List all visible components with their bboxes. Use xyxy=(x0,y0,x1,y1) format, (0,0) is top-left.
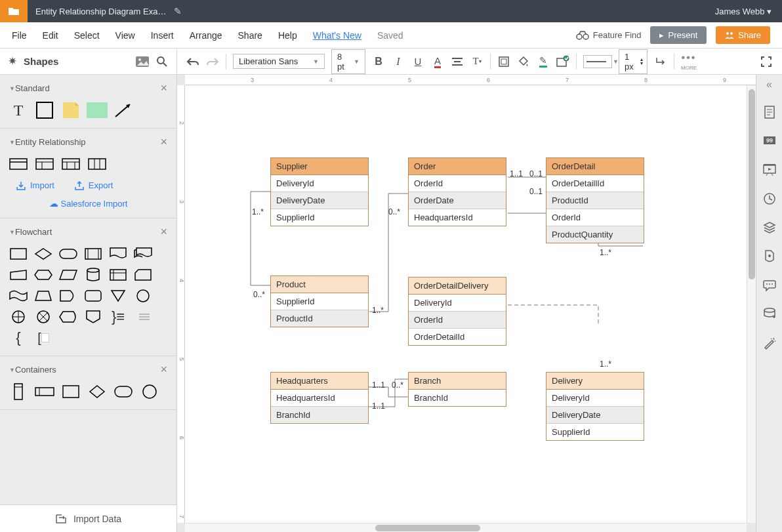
section-standard[interactable]: ▼ Standard× xyxy=(9,81,167,95)
entity-product[interactable]: Product SupplierId ProductId xyxy=(270,276,369,327)
fc-multi[interactable] xyxy=(134,247,152,261)
redo-icon[interactable] xyxy=(206,55,219,68)
cont-3[interactable] xyxy=(62,384,80,399)
er-shape-2[interactable] xyxy=(35,157,54,171)
presentation-icon[interactable] xyxy=(762,163,777,177)
present-button[interactable]: ▸ Present xyxy=(650,26,707,44)
close-icon[interactable]: × xyxy=(160,225,167,239)
fc-predef[interactable] xyxy=(84,247,102,261)
image-icon[interactable] xyxy=(136,55,149,68)
fullscreen-icon[interactable] xyxy=(760,55,773,68)
fc-internal[interactable] xyxy=(109,268,127,282)
canvas[interactable]: Supplier DeliveryId DeliveryDate Supplie… xyxy=(185,85,747,523)
fc-or[interactable] xyxy=(34,310,52,324)
shape-fill-icon[interactable] xyxy=(497,55,510,68)
chat-icon[interactable] xyxy=(762,278,777,293)
menu-share[interactable]: Share xyxy=(238,30,262,41)
er-shape-4[interactable] xyxy=(88,157,106,171)
text-shape[interactable]: T xyxy=(9,103,28,117)
fill-icon[interactable] xyxy=(517,55,530,68)
fc-manual[interactable] xyxy=(9,268,28,282)
entity-orderdetaildelivery[interactable]: OrderDetailDelivery DeliveryId OrderId O… xyxy=(408,277,506,346)
rect-shape[interactable] xyxy=(35,103,54,117)
section-er[interactable]: ▼ Entity Relationship× xyxy=(9,135,167,149)
entity-branch[interactable]: Branch BranchId xyxy=(408,372,506,407)
font-dropdown[interactable]: Liberation Sans▼ xyxy=(233,54,325,69)
entity-order[interactable]: Order OrderId OrderDate HeadquartersId xyxy=(408,157,506,226)
menu-view[interactable]: View xyxy=(115,30,135,41)
entity-orderdetail[interactable]: OrderDetail OrderDetaillId ProductId Ord… xyxy=(546,157,644,243)
fc-delay[interactable] xyxy=(59,289,77,303)
export-link[interactable]: Export xyxy=(74,180,113,190)
fc-db[interactable] xyxy=(84,268,102,282)
menu-help[interactable]: Help xyxy=(278,30,297,41)
er-shape-3[interactable] xyxy=(62,157,80,171)
shape-options-icon[interactable] xyxy=(556,55,569,68)
line-width-dropdown[interactable]: 1 px▴▾ xyxy=(619,49,648,74)
import-data-button[interactable]: Import Data xyxy=(0,504,176,532)
arrow-shape[interactable] xyxy=(114,103,133,117)
menu-edit[interactable]: Edit xyxy=(43,30,58,41)
fc-rounded[interactable] xyxy=(84,289,102,303)
cont-4[interactable] xyxy=(88,384,106,399)
fc-trap[interactable] xyxy=(34,289,52,303)
data-icon[interactable] xyxy=(762,307,777,321)
layers-icon[interactable] xyxy=(762,220,777,235)
line-routing-icon[interactable] xyxy=(654,55,667,68)
bold-icon[interactable]: B xyxy=(372,55,385,68)
note-shape[interactable] xyxy=(62,103,80,117)
line-style-dropdown[interactable]: ▼ xyxy=(583,55,612,68)
er-shape-1[interactable] xyxy=(9,157,28,171)
collapse-panel-icon[interactable]: « xyxy=(766,79,772,91)
edit-title-icon[interactable]: ✎ xyxy=(174,6,182,16)
vertical-scrollbar[interactable] xyxy=(747,85,756,523)
close-icon[interactable]: × xyxy=(160,81,167,95)
magic-icon[interactable] xyxy=(762,336,777,350)
horizontal-scrollbar[interactable] xyxy=(185,523,747,532)
text-color-icon[interactable]: A xyxy=(431,55,444,68)
menu-insert[interactable]: Insert xyxy=(151,30,174,41)
menu-select[interactable]: Select xyxy=(74,30,100,41)
entity-headquarters[interactable]: Headquarters HeadquartersId BranchId xyxy=(270,372,369,424)
comments-icon[interactable]: 99 xyxy=(762,134,777,148)
menu-file[interactable]: File xyxy=(12,30,27,41)
fc-circle[interactable] xyxy=(134,289,152,303)
close-icon[interactable]: × xyxy=(160,363,167,377)
section-flowchart[interactable]: ▼ Flowchart× xyxy=(9,225,167,239)
import-link[interactable]: Import xyxy=(16,180,54,190)
border-color-icon[interactable]: ✎ xyxy=(537,55,550,68)
fc-rect[interactable] xyxy=(9,247,28,261)
entity-supplier[interactable]: Supplier DeliveryId DeliveryDate Supplie… xyxy=(270,157,369,226)
fc-brace-l[interactable]: { xyxy=(9,331,28,345)
cont-6[interactable] xyxy=(140,384,159,399)
entity-delivery[interactable]: Delivery DeliveryId DeliveryDate Supplie… xyxy=(546,372,644,441)
feature-find[interactable]: Feature Find xyxy=(576,30,642,40)
document-icon[interactable] xyxy=(762,249,777,264)
cont-1[interactable] xyxy=(9,384,28,399)
fc-merge[interactable] xyxy=(109,289,127,303)
fc-sum[interactable] xyxy=(9,310,28,324)
share-button[interactable]: Share xyxy=(716,26,770,44)
text-type-icon[interactable]: T▾ xyxy=(470,55,484,68)
menu-whats-new[interactable]: What's New xyxy=(313,30,361,41)
font-size-dropdown[interactable]: 8 pt▼ xyxy=(331,49,365,74)
fc-bracket[interactable]: [ xyxy=(34,331,52,345)
history-icon[interactable] xyxy=(762,192,777,206)
menu-arrange[interactable]: Arrange xyxy=(190,30,222,41)
close-icon[interactable]: × xyxy=(160,135,167,149)
search-icon[interactable] xyxy=(155,55,169,68)
undo-icon[interactable] xyxy=(186,55,199,68)
fc-terminator[interactable] xyxy=(59,247,77,261)
fc-hex[interactable] xyxy=(34,268,52,282)
cont-5[interactable] xyxy=(114,384,133,399)
fc-para[interactable] xyxy=(59,268,77,282)
app-icon[interactable] xyxy=(0,0,28,22)
underline-icon[interactable]: U xyxy=(411,55,424,68)
fc-brace-r[interactable]: }≡ xyxy=(109,310,127,324)
fc-card[interactable] xyxy=(134,268,152,282)
salesforce-import-link[interactable]: ☁ Salesforce Import xyxy=(9,195,167,211)
section-containers[interactable]: ▼ Containers× xyxy=(9,363,167,377)
document-title[interactable]: Entity Relationship Diagram Exa… xyxy=(28,7,174,16)
italic-icon[interactable]: I xyxy=(392,55,405,68)
cont-2[interactable] xyxy=(35,384,54,399)
